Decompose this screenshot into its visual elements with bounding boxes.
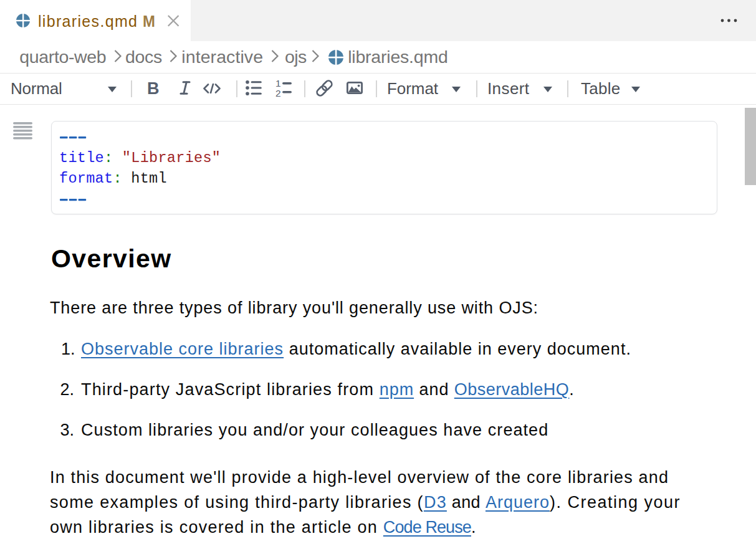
svg-text:1: 1 [275,79,281,88]
svg-text:2: 2 [275,88,281,97]
